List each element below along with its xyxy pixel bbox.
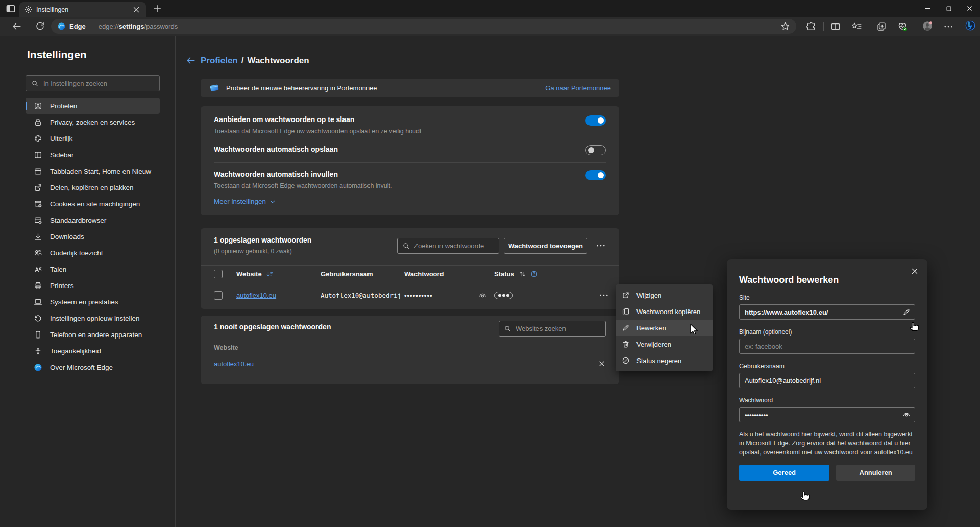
column-status[interactable]: Status [494,270,571,278]
offer-save-toggle[interactable] [585,115,606,126]
sidebar-item-profielen[interactable]: Profielen [26,98,160,114]
sidebar-search[interactable] [26,75,160,91]
favorites-icon[interactable] [851,21,862,32]
divider [214,162,606,163]
browser-essentials-icon[interactable] [897,21,908,32]
done-button[interactable]: Gereed [739,465,829,481]
dialog-close-icon[interactable] [910,267,919,276]
username-field[interactable] [739,373,915,388]
sidebar-item-systeem[interactable]: Systeem en prestaties [26,294,160,310]
close-window-button[interactable] [959,0,980,17]
sidebar-item-sidebar[interactable]: Sidebar [26,147,160,163]
sidebar-item-tabbladen[interactable]: Tabbladen Start, Home en Nieuw [26,163,160,179]
system-icon [34,298,42,306]
menu-item-kopieren[interactable]: Wachtwoord kopiëren [616,303,713,320]
collections-icon[interactable] [876,21,887,32]
select-all-checkbox[interactable] [214,270,223,278]
minimize-icon [924,5,932,12]
menu-item-wijzigen[interactable]: Wijzigen [616,287,713,303]
saved-more-icon[interactable] [595,241,607,251]
profile-avatar[interactable] [922,21,933,31]
search-icon [31,80,39,87]
sidebar-item-label: Ouderlijk toezicht [50,249,103,257]
website-search-input[interactable] [516,325,601,332]
reload-button[interactable] [35,21,45,32]
sidebar-item-delen[interactable]: Delen, kopiëren en plakken [26,179,160,196]
website-link[interactable]: autoflex10.eu [214,360,254,368]
site-field[interactable] [739,304,915,320]
password-search[interactable] [397,238,499,254]
chevron-down-icon [269,198,276,205]
row-more-icon[interactable] [598,290,610,300]
maximize-button[interactable] [938,0,959,17]
extensions-icon[interactable] [806,21,816,32]
tab-title: Instellingen [36,6,132,13]
sidebar-item-downloads[interactable]: Downloads [26,228,160,245]
sidebar-search-input[interactable] [43,80,145,87]
sidebar-item-label: Instellingen opnieuw instellen [50,315,140,322]
sort-updown-icon[interactable] [519,270,526,278]
edge-logo-icon [57,22,66,31]
cancel-button[interactable]: Annuleren [836,465,915,481]
menu-item-verwijderen[interactable]: Verwijderen [616,336,713,352]
nickname-field[interactable] [739,339,915,354]
new-tab-button[interactable] [152,4,162,14]
sidebar-item-label: Talen [50,266,66,273]
edit-icon [622,324,630,332]
edge-badge: Edge [57,22,86,31]
favorite-star-icon[interactable] [780,21,790,31]
banner-link[interactable]: Ga naar Portemonnee [545,84,611,92]
edit-site-icon[interactable] [902,308,911,316]
more-settings-link[interactable]: Meer instellingen [214,198,276,205]
website-search[interactable] [499,321,606,337]
back-button[interactable] [11,21,22,32]
workspace-icon[interactable] [5,3,16,14]
website-link[interactable]: autoflex10.eu [236,292,321,299]
sidebar-item-standaardbrowser[interactable]: Standaardbrowser [26,212,160,228]
sidebar-item-toegankelijkheid[interactable]: Toegankelijkheid [26,343,160,359]
sidebar-item-label: Uiterlijk [50,135,72,142]
toolbar-more-icon[interactable] [943,21,953,32]
password-search-input[interactable] [414,242,494,250]
column-label: Wachtwoord [404,270,444,278]
sidebar-item-over-edge[interactable]: Over Microsoft Edge [26,359,160,375]
show-password-icon[interactable] [902,411,911,419]
sidebar-item-reset[interactable]: Instellingen opnieuw instellen [26,310,160,326]
sidebar-item-cookies[interactable]: Cookies en site machtigingen [26,196,160,212]
sidebar-item-privacy[interactable]: Privacy, zoeken en services [26,114,160,130]
menu-item-status-negeren[interactable]: Status negeren [616,352,713,369]
sidebar-item-telefoon[interactable]: Telefoon en andere apparaten [26,326,160,343]
show-password-icon[interactable] [478,291,487,300]
menu-item-label: Bewerken [636,324,666,332]
row-checkbox[interactable] [214,291,223,300]
address-bar[interactable]: Edge edge://settings/passwords [51,19,796,34]
sidebar-item-uiterlijk[interactable]: Uiterlijk [26,130,160,147]
browser-tab[interactable]: Instellingen [19,2,146,17]
auto-fill-toggle[interactable] [585,170,606,180]
offer-save-row: Aanbieden om wachtwoorden op te slaan To… [214,115,606,135]
password-field-wrap [739,407,915,422]
sort-descending-icon[interactable] [266,270,274,278]
split-screen-icon[interactable] [830,21,841,32]
settings-tab-icon [24,6,32,13]
page-title: Wachtwoorden [247,56,309,66]
passwords-table-header: Website Gebruikersnaam Wachtwoord Status [201,266,619,282]
sidebar-item-printers[interactable]: Printers [26,277,160,294]
help-icon[interactable] [530,270,538,278]
breadcrumb-parent[interactable]: Profielen [201,56,238,66]
edge-logo-icon [34,363,42,372]
add-password-button[interactable]: Wachtwoord toevoegen [504,238,587,254]
minimize-button[interactable] [917,0,938,17]
sidebar-item-ouderlijk[interactable]: Ouderlijk toezicht [26,245,160,261]
copilot-icon[interactable] [965,20,975,31]
banner-text: Probeer de nieuwe beheerervaring in Port… [226,84,377,92]
auto-save-toggle[interactable] [585,145,606,155]
tab-close-icon[interactable] [132,5,141,14]
column-website[interactable]: Website [236,270,321,278]
breadcrumb-back-icon[interactable] [185,55,196,66]
remove-website-icon[interactable] [598,360,606,368]
menu-item-label: Verwijderen [636,341,671,348]
password-field[interactable] [739,407,915,422]
column-username: Gebruikersnaam [321,270,404,278]
sidebar-item-talen[interactable]: Talen [26,261,160,277]
